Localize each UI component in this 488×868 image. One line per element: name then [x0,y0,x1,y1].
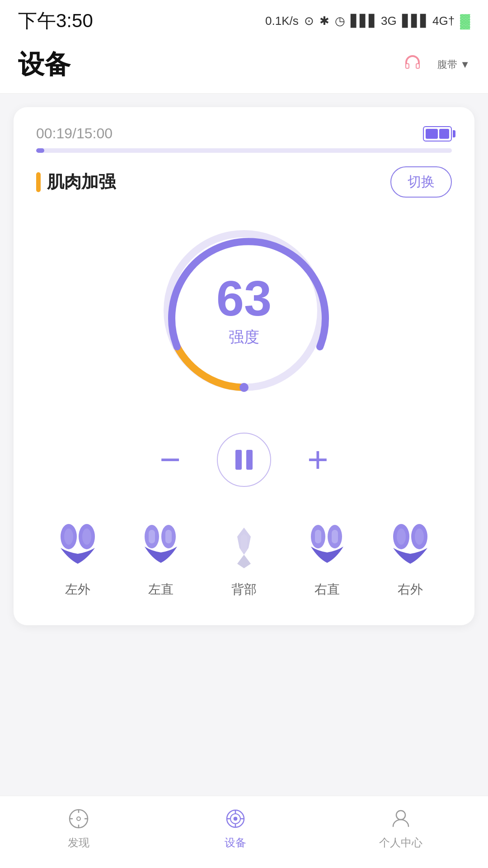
decrease-button[interactable]: − [160,442,181,478]
network-speed: 0.1K/s [265,14,299,28]
nav-label-discover: 发现 [68,835,89,850]
gauge-label: 强度 [216,327,272,348]
gauge-value: 63 [216,274,272,323]
mode-name: 肌肉加强 [47,170,116,193]
wifi-icon: ⊙ [304,14,314,28]
battery-bar-1 [426,129,438,139]
pause-button[interactable] [217,433,271,487]
mode-indicator [36,172,41,192]
nav-item-discover[interactable]: 发现 [66,806,92,850]
body-part-left-straight-label: 左直 [148,581,174,598]
discover-icon [66,806,92,832]
svg-point-16 [397,528,406,545]
page-title: 设备 [18,47,70,82]
nav-right: 腹带 ▼ [401,51,470,78]
mode-label: 肌肉加强 [36,170,116,193]
body-part-back-label: 背部 [231,581,257,598]
body-parts: 左外 左直 背部 [36,514,452,603]
session-time: 00:19/15:00 [36,125,113,142]
status-icons: 0.1K/s ⊙ ✱ ◷ ▋▋▋ 3G ▋▋▋ 4G† ▓ [265,13,470,28]
svg-point-26 [234,817,237,821]
body-part-right-outer[interactable]: 右外 [385,523,435,598]
top-nav: 设备 腹带 ▼ [0,38,488,94]
pause-bar-left [235,450,242,470]
pause-bar-right [246,450,253,470]
increase-button[interactable]: + [307,442,328,478]
profile-icon [388,806,414,832]
gauge-container: 63 强度 [36,216,452,406]
body-part-left-outer[interactable]: 左外 [53,523,103,598]
belt-label: 腹带 [437,58,457,71]
svg-point-19 [77,817,80,821]
belt-selector[interactable]: 腹带 ▼ [437,58,470,71]
body-part-right-outer-label: 右外 [398,581,423,598]
switch-button[interactable]: 切换 [390,166,452,198]
battery-icon [423,126,452,142]
mode-section: 肌肉加强 切换 [36,166,452,198]
controls: − + [36,433,452,487]
progress-section: 00:19/15:00 [36,125,452,153]
bluetooth-icon: ✱ [319,14,329,28]
signal-3g-icon: ▋▋▋ 3G [351,14,397,28]
body-part-left-outer-label: 左外 [65,581,90,598]
nav-item-device[interactable]: 设备 [222,806,249,850]
pause-icon [235,450,253,470]
battery-status-icon: ▓ [460,13,470,28]
body-part-back[interactable]: 背部 [219,523,269,598]
device-icon [222,806,249,832]
bottom-nav: 发现 设备 个人中心 [0,796,488,868]
progress-header: 00:19/15:00 [36,125,452,142]
nav-item-profile[interactable]: 个人中心 [379,806,422,850]
body-part-right-straight[interactable]: 右直 [302,523,352,598]
body-part-right-straight-label: 右直 [314,581,340,598]
nav-label-profile: 个人中心 [379,835,422,850]
svg-rect-12 [315,530,321,543]
status-time: 下午3:50 [18,8,93,33]
status-bar: 下午3:50 0.1K/s ⊙ ✱ ◷ ▋▋▋ 3G ▋▋▋ 4G† ▓ [0,0,488,38]
body-part-left-straight[interactable]: 左直 [136,523,186,598]
svg-point-17 [415,528,424,545]
signal-4g-icon: ▋▋▋ 4G† [402,14,455,28]
svg-point-1 [239,383,249,392]
svg-point-4 [64,528,73,545]
headphone-icon[interactable] [401,51,424,78]
svg-rect-13 [332,530,338,543]
progress-bar-fill [36,148,44,153]
svg-point-31 [396,811,405,820]
nav-label-device: 设备 [225,835,246,850]
svg-rect-9 [165,530,172,543]
progress-bar-track [36,148,452,153]
svg-point-5 [82,528,91,545]
battery-bar-2 [439,129,449,139]
dropdown-icon: ▼ [460,59,470,71]
alarm-icon: ◷ [335,14,345,28]
svg-rect-8 [149,530,155,543]
main-card: 00:19/15:00 肌肉加强 切换 63 [14,107,474,625]
gauge-center: 63 强度 [216,274,272,348]
